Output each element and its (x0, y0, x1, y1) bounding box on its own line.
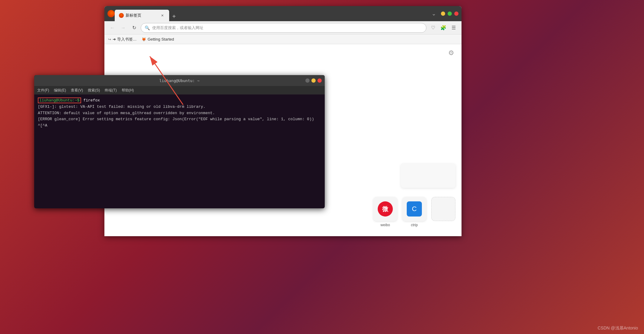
terminal-menu-help[interactable]: 帮助(H) (122, 88, 134, 93)
import-icon: ↪ (108, 37, 111, 41)
terminal-window-controls (305, 78, 322, 83)
forward-button[interactable]: → (119, 24, 127, 32)
import-bookmarks-label: ➜ 导入书签… (113, 37, 137, 42)
address-bar[interactable]: 🔍 使用百度搜索，或者输入网址 (141, 23, 426, 33)
refresh-button[interactable]: ↻ (130, 24, 138, 32)
quick-icon-row: 微 weibo C ctrip (373, 197, 455, 227)
terminal-output-1: [GFX1-]: glxtest: VA-API test failed: mi… (38, 104, 321, 110)
getting-started-label: Getting Started (148, 37, 174, 41)
terminal-menu-view[interactable]: 查看(V) (71, 88, 83, 93)
ctrip-icon: C (407, 201, 422, 217)
watermark-text: CSDN @浅慕Antonio (598, 326, 638, 330)
page-settings-icon[interactable]: ⚙ (448, 49, 454, 57)
terminal-prompt-text: liuhang@Ubuntu:~$ (38, 98, 81, 103)
close-button[interactable] (454, 12, 458, 16)
empty-shortcut-slot[interactable] (431, 197, 455, 221)
titlebar-left (107, 10, 115, 17)
terminal-output-4: ^[^A (38, 123, 321, 129)
window-controls: ⌄ (432, 10, 458, 17)
maximize-button[interactable] (448, 12, 452, 16)
terminal-output-3: [ERROR glean_core] Error setting metrics… (38, 116, 321, 123)
firefox-app-icon (107, 10, 115, 17)
terminal-restore-button[interactable] (311, 78, 316, 83)
address-placeholder: 使用百度搜索，或者输入网址 (152, 25, 203, 31)
firefox-titlebar: 新标签页 ✕ + ⌄ (104, 6, 462, 21)
terminal-output-2: ATTENTION: default value of option mesa_… (38, 110, 321, 117)
terminal-window: liuhang@Ubuntu: ~ 文件(F) 编辑(E) 查看(V) 搜索(S… (34, 75, 325, 208)
watermark: CSDN @浅慕Antonio (598, 326, 638, 331)
navbar-right-actions: ♡ 🧩 ☰ (429, 24, 458, 32)
terminal-command-text: firefox (83, 98, 100, 103)
back-button[interactable]: ← (108, 24, 117, 32)
desktop: 新标签页 ✕ + ⌄ ← → ↻ 🔍 使用百度搜索，或者输入网址 (0, 0, 644, 334)
tab-scroll-right-icon[interactable]: ⌄ (432, 10, 436, 17)
ctrip-label: ctrip (411, 223, 418, 227)
bookmarks-bar: ↪ ➜ 导入书签… 🦊 Getting Started (104, 35, 462, 44)
tab-title: 新标签页 (126, 13, 141, 18)
ctrip-shortcut[interactable]: C ctrip (402, 197, 426, 227)
weibo-icon: 微 (378, 201, 393, 217)
terminal-menu-search[interactable]: 搜索(S) (88, 88, 100, 93)
firefox-bookmark-icon: 🦊 (142, 37, 146, 41)
terminal-content[interactable]: liuhang@Ubuntu:~$ firefox [GFX1-]: glxte… (34, 94, 325, 208)
getting-started-item[interactable]: 🦊 Getting Started (142, 37, 174, 41)
terminal-menu-edit[interactable]: 编辑(E) (54, 88, 66, 93)
terminal-minimize-button[interactable] (305, 78, 310, 83)
search-widget (401, 164, 455, 188)
terminal-menu-file[interactable]: 文件(F) (37, 88, 49, 93)
tab-close-button[interactable]: ✕ (159, 13, 165, 18)
terminal-titlebar: liuhang@Ubuntu: ~ (34, 75, 325, 86)
tab-favicon (119, 13, 124, 18)
terminal-line-prompt: liuhang@Ubuntu:~$ firefox (38, 98, 321, 104)
extensions-icon[interactable]: 🧩 (439, 24, 448, 32)
minimize-button[interactable] (441, 12, 445, 16)
terminal-title: liuhang@Ubuntu: ~ (37, 78, 322, 83)
menu-icon[interactable]: ☰ (449, 24, 458, 32)
import-bookmarks-item[interactable]: ↪ ➜ 导入书签… (108, 37, 137, 42)
search-icon: 🔍 (145, 25, 150, 30)
active-tab[interactable]: 新标签页 ✕ (115, 10, 169, 21)
pocket-icon[interactable]: ♡ (429, 24, 437, 32)
quick-access-area: 微 weibo C ctrip (373, 164, 455, 227)
weibo-label: weibo (380, 223, 390, 227)
navbar: ← → ↻ 🔍 使用百度搜索，或者输入网址 ♡ 🧩 ☰ (104, 21, 462, 35)
terminal-menu-terminal[interactable]: 终端(T) (105, 88, 117, 93)
tab-bar: 新标签页 ✕ + (115, 6, 432, 21)
terminal-menu: 文件(F) 编辑(E) 查看(V) 搜索(S) 终端(T) 帮助(H) (34, 86, 325, 94)
new-tab-button[interactable]: + (169, 12, 179, 21)
weibo-shortcut[interactable]: 微 weibo (373, 197, 397, 227)
terminal-close-button[interactable] (317, 78, 322, 83)
